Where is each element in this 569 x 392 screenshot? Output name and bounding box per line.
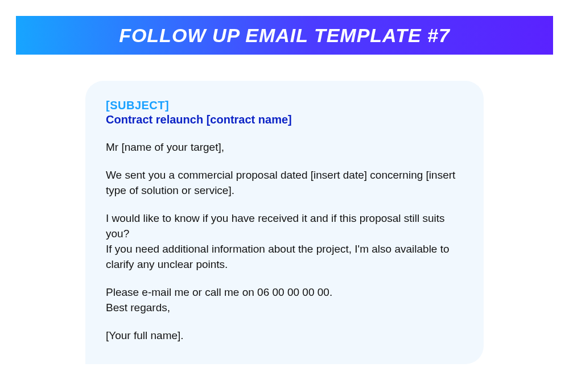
header-banner: FOLLOW UP EMAIL TEMPLATE #7 [16, 16, 553, 55]
email-body: Mr [name of your target], We sent you a … [106, 140, 463, 344]
paragraph-1: We sent you a commercial proposal dated … [106, 168, 463, 199]
paragraph-2b: If you need additional information about… [106, 242, 463, 273]
salutation: Mr [name of your target], [106, 140, 463, 155]
paragraph-3b: Best regards, [106, 300, 463, 316]
subject-line: Contract relaunch [contract name] [106, 113, 463, 126]
header-title: FOLLOW UP EMAIL TEMPLATE #7 [119, 24, 450, 47]
email-template-card: [SUBJECT] Contract relaunch [contract na… [85, 81, 484, 364]
subject-label: [SUBJECT] [106, 99, 463, 112]
paragraph-2a: I would like to know if you have receive… [106, 211, 463, 242]
signoff: [Your full name]. [106, 328, 463, 344]
paragraph-3a: Please e-mail me or call me on 06 00 00 … [106, 285, 463, 300]
